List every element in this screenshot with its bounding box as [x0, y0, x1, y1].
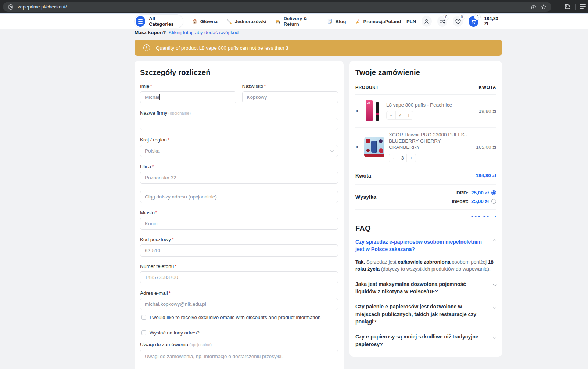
product-name: XCOR Hawaii PRO 23000 PUFFS - BLUEBERRY …	[389, 132, 472, 151]
all-categories-button[interactable]: All Categories	[135, 15, 183, 28]
alert-icon: !	[143, 44, 150, 51]
vape-cigarette-icon	[226, 18, 232, 24]
remove-item-icon[interactable]: ×	[355, 108, 360, 114]
faq-question[interactable]: Jaka jest maksymalna dozwolona pojemność…	[355, 280, 496, 295]
home-icon	[192, 18, 198, 24]
wishlist-count-badge: 0	[459, 14, 465, 20]
site-header: All Categories Główna Jednorazówki Deliv…	[0, 14, 588, 29]
url-text[interactable]: vapeprime.pl/checkout/	[18, 4, 526, 10]
page-top-edge	[0, 13, 588, 14]
product-column-header: PRODUKT	[355, 85, 379, 90]
faq-question[interactable]: Czy e-papierosy są mniej szkodliwe niż t…	[355, 333, 496, 348]
order-notes-textarea[interactable]: Uwagi do zamówienia, np. informacje o do…	[140, 350, 338, 369]
radio-selected-icon[interactable]	[491, 190, 496, 195]
increase-qty-button[interactable]: +	[404, 111, 413, 119]
faq-item: Jaka jest maksymalna dozwolona pojemność…	[355, 275, 496, 297]
phone-label: Numer telefonu*	[140, 264, 338, 269]
chevron-down-icon	[330, 148, 334, 152]
product-price: 19,80 zł	[479, 108, 496, 114]
newsletter-checkbox-row: I would like to receive exclusive emails…	[141, 315, 338, 320]
nav-item-label: Blog	[336, 19, 346, 24]
cart-total: 184,80 Zł	[484, 16, 502, 26]
ship-elsewhere-label: Wysłać na inny adres?	[150, 330, 200, 336]
compare-button[interactable]: 0	[437, 16, 448, 27]
company-label: Nazwa firmy(opcjonalne)	[140, 110, 338, 116]
currency-selector[interactable]: PLN	[406, 19, 416, 24]
quantity-value: 2	[395, 111, 404, 119]
ship-elsewhere-checkbox[interactable]	[141, 330, 146, 335]
cart-button[interactable]: 5	[469, 16, 479, 27]
nav-item-label: Delivery & Return	[284, 16, 318, 27]
increase-qty-button[interactable]: +	[407, 154, 416, 162]
nav-item-label: Promocja	[363, 19, 385, 24]
first-name-label: Imię*	[140, 83, 236, 89]
faq-item: Czy e-papierosy są mniej szkodliwe niż t…	[355, 327, 496, 350]
address-bar[interactable]: vapeprime.pl/checkout/	[3, 2, 551, 12]
faq-answer: Tak. Sprzedaż jest całkowicie zabroniona…	[355, 258, 495, 273]
site-settings-icon[interactable]	[7, 4, 14, 10]
decrease-qty-button[interactable]: -	[389, 154, 398, 162]
browser-menu-icon[interactable]	[580, 4, 586, 9]
wishlist-button[interactable]: 0	[453, 16, 463, 27]
radio-unselected-icon[interactable]	[491, 199, 496, 204]
hamburger-menu-icon	[136, 16, 145, 27]
nav-item-promo[interactable]: Promocja	[355, 18, 385, 24]
extensions-icon[interactable]	[564, 3, 571, 10]
order-notes-label: Uwagi do zamówienia(opcjonalne)	[140, 342, 338, 347]
memo-icon	[327, 18, 333, 24]
postcode-input[interactable]: 62-510	[140, 244, 338, 257]
address2-input[interactable]: Ciąg dalszy adresu (opcjonalnie)	[140, 191, 338, 203]
coupon-question: Masz kupon?	[135, 30, 166, 35]
country-selector[interactable]: Poland	[385, 19, 401, 24]
bookmark-star-icon[interactable]	[540, 4, 547, 10]
delivery-truck-icon	[275, 18, 281, 24]
newsletter-label: I would like to receive exclusive emails…	[150, 315, 320, 320]
city-input[interactable]: Konin	[140, 218, 338, 230]
nav-item-home[interactable]: Główna	[192, 18, 218, 24]
order-item-row: × XCOR Hawaii PRO 23000 PUFFS - BLUEBERR…	[355, 128, 496, 167]
newsletter-checkbox[interactable]	[141, 315, 146, 320]
faq-question[interactable]: Czy palenie e-papierosów jest dozwolone …	[355, 303, 496, 325]
email-input[interactable]: michal.kopkowy@nik.edu.pl	[140, 298, 338, 310]
remove-item-icon[interactable]: ×	[355, 144, 360, 150]
chevron-down-icon	[493, 305, 497, 309]
eye-off-icon[interactable]	[530, 4, 537, 10]
order-summary-card: Twoje zamówienie PRODUKT KWOTA × L8 L8 v…	[349, 61, 502, 231]
faq-question[interactable]: Czy sprzedaż e-papierosów osobom niepełn…	[355, 238, 496, 253]
chevron-down-icon	[493, 336, 497, 339]
street-input[interactable]: Poznanska 32	[140, 172, 338, 184]
coupon-row: Masz kupon? Kliknij tutaj, aby dodać swó…	[135, 30, 239, 35]
billing-details-card: Szczegóły rozliczeń Imię* Michał Nazwisk…	[135, 61, 344, 369]
alert-message: Quantity of product L8 vape 800 puffs ca…	[156, 45, 288, 51]
amount-column-header: KWOTA	[479, 85, 496, 90]
nav-item-label: Główna	[200, 19, 218, 24]
cart-count-badge: 5	[474, 14, 480, 20]
shipping-option-inpost[interactable]: InPost: 25,00 zł	[452, 198, 496, 204]
country-select[interactable]: Polska	[140, 145, 338, 157]
billing-title: Szczegóły rozliczeń	[140, 68, 338, 77]
browser-toolbar: vapeprime.pl/checkout/	[0, 0, 588, 13]
first-name-input[interactable]: Michał	[140, 91, 236, 103]
nav-item-label: Jednorazówki	[235, 19, 266, 24]
shipping-option-dpd[interactable]: DPD: 25,00 zł	[456, 190, 496, 196]
nav-item-disposables[interactable]: Jednorazówki	[226, 18, 266, 24]
shipping-label: Wysyłka	[355, 194, 376, 200]
last-name-input[interactable]: Kopkowy	[242, 91, 338, 103]
phone-input[interactable]: +48573583700	[140, 271, 338, 283]
nav-item-blog[interactable]: Blog	[327, 18, 346, 24]
company-input[interactable]	[140, 118, 338, 130]
order-title: Twoje zamówienie	[355, 68, 496, 77]
nav-item-delivery[interactable]: Delivery & Return	[275, 16, 318, 27]
quantity-stepper: - 3 +	[389, 154, 416, 162]
city-label: Miasto*	[140, 210, 338, 215]
subtotal-value: 184,80 zł	[476, 173, 496, 178]
quantity-value: 3	[398, 154, 407, 162]
email-label: Adres e-mail*	[140, 290, 338, 296]
last-name-label: Nazwisko*	[242, 83, 338, 89]
coupon-link[interactable]: Kliknij tutaj, aby dodać swój kod	[169, 30, 239, 35]
account-button[interactable]	[422, 16, 432, 27]
decrease-qty-button[interactable]: -	[387, 111, 395, 119]
country-label: Kraj / region*	[140, 137, 338, 143]
product-image	[364, 137, 384, 157]
postcode-label: Kod pocztowy*	[140, 237, 338, 242]
